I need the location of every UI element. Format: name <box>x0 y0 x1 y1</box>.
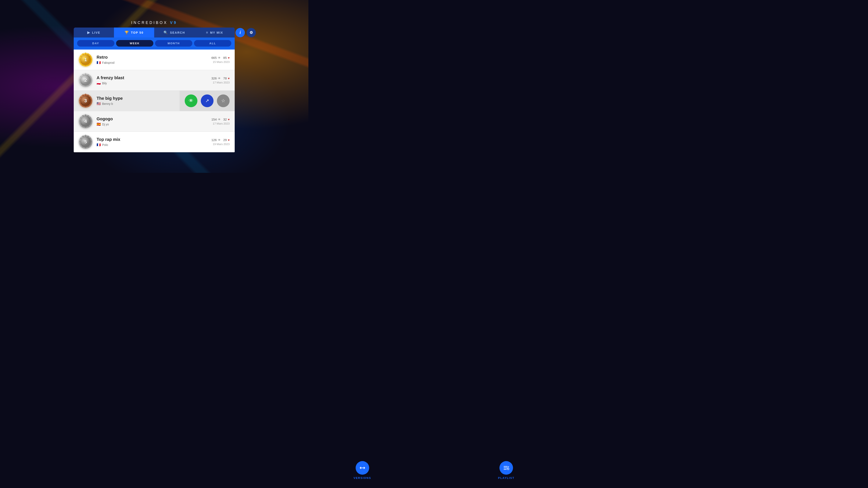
filter-bar: DAY WEEK MONTH ALL <box>74 37 235 50</box>
flag-3: 🇺🇸 <box>97 102 101 106</box>
likes-5: 29 ♥ <box>223 138 229 142</box>
views-count-1: 665 <box>211 56 217 60</box>
item-date-4: 17 Mars 2023 <box>211 122 229 125</box>
item-stats-1: 665 👁 85 ♥ 15 Mars 2023 <box>211 56 229 64</box>
top50-list: 1 Retro 🇫🇷 Faksprod 665 👁 85 ♥ <box>74 50 235 152</box>
rank-number-5: 5 <box>84 139 87 145</box>
eye-icon-5: 👁 <box>218 138 221 142</box>
filter-week[interactable]: WEEK <box>116 40 153 47</box>
rank-badge-5: 5 <box>79 135 92 149</box>
item-author-4: 🇪🇸 Dj yo <box>97 122 211 126</box>
likes-2: 78 ♥ <box>223 77 229 80</box>
item-stats-2: 326 👁 78 ♥ 17 Mars 2023 <box>211 77 229 84</box>
live-icon: ▶ <box>87 30 90 34</box>
item-date-2: 17 Mars 2023 <box>211 81 229 84</box>
views-count-5: 126 <box>211 138 217 142</box>
tab-mymix[interactable]: ≡ MY MIX <box>194 28 235 37</box>
flag-4: 🇪🇸 <box>97 122 101 126</box>
likes-count-2: 78 <box>223 77 227 80</box>
share-button[interactable]: ↗ <box>201 94 214 107</box>
author-name-1: Faksprod <box>102 61 114 64</box>
stats-row-1: 665 👁 85 ♥ <box>211 56 229 60</box>
views-4: 154 👁 <box>211 118 221 121</box>
eye-icon-1: 👁 <box>218 56 221 60</box>
item-title-1: Retro <box>97 55 211 60</box>
main-container: INCREDIBOX V9 ▶ LIVE 🏆 TOP 50 🔍 SEARCH ≡… <box>74 21 235 152</box>
list-item[interactable]: 4 Gogogo 🇪🇸 Dj yo 154 👁 32 ♥ <box>74 111 235 132</box>
stats-row-2: 326 👁 78 ♥ <box>211 77 229 80</box>
info-icon: i <box>240 30 241 35</box>
item-title-2: A frenzy blast <box>97 75 211 80</box>
item-date-1: 15 Mars 2023 <box>211 60 229 64</box>
tab-mymix-label: MY MIX <box>210 31 223 34</box>
tab-live-label: LIVE <box>92 31 100 34</box>
filter-month[interactable]: MONTH <box>155 40 192 47</box>
star-icon: ☆ <box>221 98 225 103</box>
heart-icon-4: ♥ <box>228 118 229 121</box>
item-title-4: Gogogo <box>97 117 211 121</box>
item-author-2: 🇵🇱 Bily <box>97 81 211 85</box>
settings-button[interactable]: ⚙ <box>247 28 256 37</box>
item-title-5: Top rap mix <box>97 137 211 142</box>
author-name-2: Bily <box>102 82 107 85</box>
play-button[interactable]: 👁 <box>185 94 197 107</box>
eye-icon-4: 👁 <box>218 118 221 121</box>
views-count-2: 326 <box>211 77 217 80</box>
rank-badge-3: 3 <box>79 94 92 108</box>
views-count-4: 154 <box>211 118 217 121</box>
share-icon: ↗ <box>205 98 209 103</box>
tab-top50[interactable]: 🏆 TOP 50 <box>114 28 154 37</box>
filter-week-label: WEEK <box>130 42 140 45</box>
item-info-5: Top rap mix 🇫🇷 Polo <box>97 137 211 147</box>
list-item[interactable]: 3 The big hype 🇺🇸 Benny b 👁 ↗ ☆ <box>74 91 235 111</box>
item-author-5: 🇫🇷 Polo <box>97 143 211 147</box>
stats-row-4: 154 👁 32 ♥ <box>211 118 229 121</box>
flag-5: 🇫🇷 <box>97 143 101 147</box>
info-button[interactable]: i <box>236 28 245 37</box>
favorite-button[interactable]: ☆ <box>217 94 229 107</box>
item-author-1: 🇫🇷 Faksprod <box>97 61 211 65</box>
tab-search[interactable]: 🔍 SEARCH <box>154 28 194 37</box>
heart-icon-2: ♥ <box>228 77 229 80</box>
nav-tabs: ▶ LIVE 🏆 TOP 50 🔍 SEARCH ≡ MY MIX <box>74 28 235 37</box>
tab-search-label: SEARCH <box>170 31 185 34</box>
author-name-4: Dj yo <box>102 123 109 126</box>
likes-count-5: 29 <box>223 138 227 142</box>
stats-row-5: 126 👁 29 ♥ <box>211 138 229 142</box>
filter-all[interactable]: ALL <box>194 40 231 47</box>
right-buttons: i ⚙ <box>236 28 256 37</box>
app-version: V9 <box>170 21 177 25</box>
author-name-5: Polo <box>102 143 108 147</box>
views-2: 326 👁 <box>211 77 221 80</box>
filter-day-label: DAY <box>92 42 99 45</box>
top-controls: ▶ LIVE 🏆 TOP 50 🔍 SEARCH ≡ MY MIX i ⚙ <box>74 28 235 37</box>
search-icon: 🔍 <box>163 30 168 34</box>
list-item[interactable]: 1 Retro 🇫🇷 Faksprod 665 👁 85 ♥ <box>74 50 235 70</box>
filter-day[interactable]: DAY <box>77 40 114 47</box>
tab-live[interactable]: ▶ LIVE <box>74 28 114 37</box>
likes-count-1: 85 <box>223 56 227 60</box>
likes-1: 85 ♥ <box>223 56 229 60</box>
rank-number-1: 1 <box>84 57 87 62</box>
item-date-5: 19 Mars 2023 <box>211 143 229 146</box>
rank-badge-1: 1 <box>79 53 92 66</box>
mymix-icon: ≡ <box>206 31 209 34</box>
author-name-3: Benny b <box>102 102 113 105</box>
list-item[interactable]: 5 Top rap mix 🇫🇷 Polo 126 👁 29 ♥ <box>74 132 235 152</box>
views-1: 665 👁 <box>211 56 221 60</box>
item-stats-5: 126 👁 29 ♥ 19 Mars 2023 <box>211 138 229 146</box>
likes-4: 32 ♥ <box>223 118 229 121</box>
filter-all-label: ALL <box>209 42 216 45</box>
heart-icon-5: ♥ <box>228 138 229 142</box>
heart-icon-1: ♥ <box>228 56 229 60</box>
flag-2: 🇵🇱 <box>97 81 101 85</box>
item-info-1: Retro 🇫🇷 Faksprod <box>97 55 211 65</box>
rank-badge-2: 2 <box>79 73 92 87</box>
rank-badge-4: 4 <box>79 115 92 128</box>
action-overlay-3: 👁 ↗ ☆ <box>180 91 235 111</box>
app-title: INCREDIBOX V9 <box>74 21 235 25</box>
views-5: 126 👁 <box>211 138 221 142</box>
filter-month-label: MONTH <box>167 42 180 45</box>
item-info-2: A frenzy blast 🇵🇱 Bily <box>97 75 211 85</box>
list-item[interactable]: 2 A frenzy blast 🇵🇱 Bily 326 👁 78 <box>74 70 235 91</box>
